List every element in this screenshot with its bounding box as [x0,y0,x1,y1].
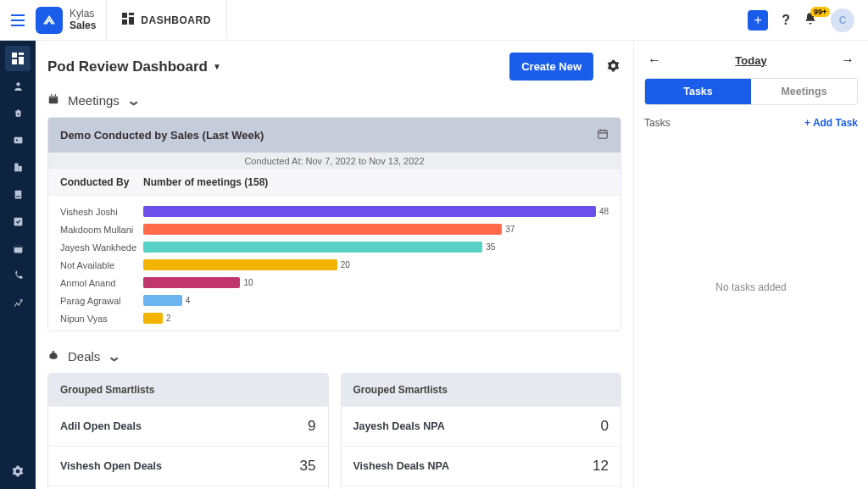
svg-rect-1 [129,13,134,15]
chart-bar-row: Vishesh Joshi48 [60,203,609,220]
add-task-button[interactable]: + Add Task [804,117,858,129]
nav-dashboard[interactable] [5,46,31,71]
notifications-icon[interactable]: 99+ [804,12,817,29]
deals-left-card: Grouped Smartlists Adil Open Deals9Vishe… [47,373,329,489]
section-deals-header: Deals ⌄ [47,345,621,373]
svg-rect-20 [49,96,58,97]
brand-line1: Kylas [70,8,96,19]
chart-bar[interactable] [143,242,482,253]
chevron-down-icon[interactable]: ⌄ [107,348,121,364]
create-new-button[interactable]: Create New [509,53,593,81]
deal-row-value: 35 [300,458,316,475]
chart-bars: Vishesh Joshi48Makdoom Mullani37Jayesh W… [48,196,620,331]
nav-doc[interactable] [5,181,31,207]
nav-phone[interactable] [5,263,31,288]
nav-calendar[interactable] [5,236,31,261]
chart-bar-label: Vishesh Joshi [60,207,143,217]
chart-bar[interactable] [143,295,182,306]
sidenav [0,41,36,489]
deals-right-header: Grouped Smartlists [342,374,621,406]
date-prev-arrow[interactable]: ← [648,53,661,68]
page-title-text: Pod Review Dashboard [47,58,208,75]
svg-rect-10 [14,136,22,143]
right-panel: ← Today → Tasks Meetings Tasks + Add Tas… [633,41,868,489]
dashboard-tab-label: DASHBOARD [141,14,211,26]
deal-row-value: 12 [593,458,609,475]
page-header: Pod Review Dashboard ▼ Create New [36,41,633,89]
dashboard-tab[interactable]: DASHBOARD [107,0,227,40]
chart-bar-value: 48 [599,207,609,216]
deal-row[interactable]: Vishesh Deals NPA12 [342,446,621,486]
chart-bar[interactable] [143,206,596,217]
calendar-icon [47,93,59,108]
deal-row[interactable]: Jayesh Deals NPA0 [342,406,621,446]
chart-bar-label: Not Available [60,260,143,270]
svg-rect-14 [14,190,21,198]
page-title-dropdown[interactable]: Pod Review Dashboard ▼ [47,58,221,75]
svg-point-11 [15,139,17,141]
section-meetings-header: Meetings ⌄ [47,89,621,117]
hamburger-icon[interactable] [0,14,36,26]
topbar: Kylas Sales DASHBOARD + ? 99+ C [0,0,868,41]
svg-rect-21 [51,94,52,96]
avatar[interactable]: C [831,8,854,32]
chart-bar-value: 4 [186,296,191,305]
svg-rect-18 [14,245,22,247]
chart-bar-value: 37 [505,225,515,234]
svg-rect-3 [122,19,127,25]
chart-bar[interactable] [143,259,337,270]
svg-rect-6 [19,57,24,64]
chart-bar[interactable] [143,313,163,324]
chart-bar-label: Parag Agrawal [60,296,143,306]
chart-subtitle: Conducted At: Nov 7, 2022 to Nov 13, 202… [48,153,620,169]
chart-bar-label: Makdoom Mullani [60,225,143,235]
deal-row-label: Vishesh Deals NPA [353,460,449,472]
settings-gear-icon[interactable] [607,59,620,75]
nav-building[interactable] [5,154,31,180]
deal-row[interactable]: Jayesh Open Deals16 [48,486,328,489]
date-next-arrow[interactable]: → [841,53,854,68]
svg-rect-4 [12,53,17,58]
deal-row-label: Vishesh Open Deals [60,460,162,472]
notifications-badge: 99+ [810,7,830,17]
svg-rect-16 [14,217,22,225]
tab-tasks[interactable]: Tasks [645,79,751,104]
section-meetings-label: Meetings [68,93,120,108]
nav-person[interactable] [5,73,31,98]
deal-row[interactable]: Makdoom Deals NPA10 [342,486,621,489]
svg-rect-12 [14,163,18,171]
tasks-meetings-toggle: Tasks Meetings [644,78,858,105]
deal-row[interactable]: Adil Open Deals9 [48,406,328,446]
svg-rect-5 [19,53,24,55]
dashboard-grid-icon [122,13,134,27]
nav-reports[interactable] [5,290,31,315]
nav-settings[interactable] [5,458,31,484]
deal-row-label: Adil Open Deals [60,420,142,432]
nav-bag[interactable] [5,100,31,125]
svg-rect-22 [55,94,56,96]
svg-rect-23 [598,131,608,138]
caret-down-icon: ▼ [213,62,221,71]
chart-bar[interactable] [143,224,502,235]
quick-add-button[interactable]: + [748,10,768,31]
tab-meetings[interactable]: Meetings [751,79,857,104]
plus-icon: + [804,117,810,129]
chart-bar[interactable] [143,277,240,288]
deal-row[interactable]: Vishesh Open Deals35 [48,446,328,486]
today-link[interactable]: Today [735,54,766,67]
svg-rect-13 [18,165,21,171]
svg-point-9 [17,113,19,114]
chart-bar-row: Nipun Vyas2 [60,309,609,327]
help-icon[interactable]: ? [782,13,790,28]
chevron-down-icon[interactable]: ⌄ [126,92,141,108]
brand[interactable]: Kylas Sales [36,0,107,40]
svg-rect-15 [16,196,19,197]
nav-card[interactable] [5,127,31,153]
chart-bar-row: Makdoom Mullani37 [60,220,609,238]
nav-check[interactable] [5,208,31,234]
chart-title: Demo Conducted by Sales (Last Week) [60,129,264,142]
brand-text: Kylas Sales [70,8,96,31]
chart-bar-label: Jayesh Wankhede [60,242,143,253]
chart-bar-value: 2 [166,314,171,323]
chart-date-picker-icon[interactable] [597,128,609,142]
